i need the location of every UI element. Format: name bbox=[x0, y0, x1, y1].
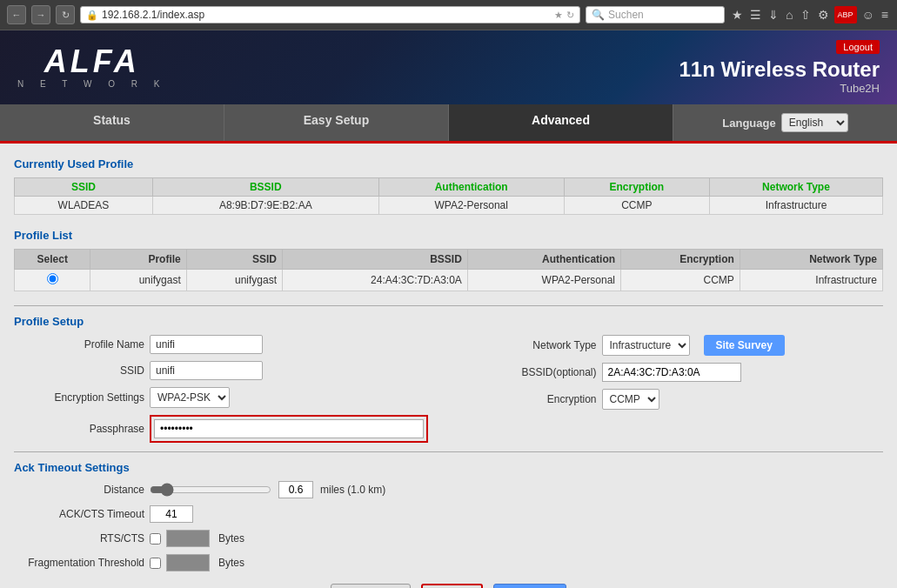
share-icon[interactable]: ⇧ bbox=[799, 6, 813, 23]
currently-used-table: SSID BSSID Authentication Encryption Net… bbox=[14, 177, 883, 215]
table-row: unifygast unifygast 24:A4:3C:7D:A3:0A WP… bbox=[15, 270, 883, 291]
pl-col-enc: Encryption bbox=[621, 250, 740, 270]
frag-row: Fragmentation Threshold Bytes bbox=[14, 554, 883, 571]
pl-row-profile: unifygast bbox=[90, 270, 186, 291]
rts-cts-checkbox[interactable] bbox=[150, 533, 161, 545]
user-icon[interactable]: ☺ bbox=[860, 6, 876, 23]
pl-col-bssid: BSSID bbox=[283, 250, 468, 270]
enc-settings-select[interactable]: WPA2-PSK WPA-PSK None WEP bbox=[150, 387, 230, 408]
site-survey-button[interactable]: Site Survey bbox=[704, 335, 785, 356]
ssid-row: SSID bbox=[14, 361, 432, 380]
profile-name-input[interactable] bbox=[150, 335, 263, 354]
forward-button[interactable]: → bbox=[31, 5, 50, 24]
encryption-row: Encryption CCMP TKIP None bbox=[466, 389, 884, 410]
bookmark-icon[interactable]: ★ bbox=[730, 6, 745, 23]
ack-cts-label: ACK/CTS Timeout bbox=[14, 508, 144, 520]
url-bar[interactable]: 🔒 192.168.2.1/index.asp ★ ↻ bbox=[80, 6, 580, 23]
bssid-input[interactable] bbox=[602, 363, 741, 382]
encryption-select[interactable]: CCMP TKIP None bbox=[602, 389, 659, 410]
frag-bytes-label: Bytes bbox=[218, 557, 244, 569]
home-icon[interactable]: ⌂ bbox=[784, 6, 794, 23]
pl-col-profile: Profile bbox=[90, 250, 186, 270]
pl-row-select[interactable] bbox=[15, 270, 90, 291]
profile-setup-title: Profile Setup bbox=[14, 315, 883, 328]
logout-button[interactable]: Logout bbox=[836, 40, 880, 54]
router-model: Tube2H bbox=[679, 82, 880, 95]
adblock-icon[interactable]: ABP bbox=[834, 6, 857, 23]
row-bssid: A8:9B:D7:9E:B2:AA bbox=[152, 197, 378, 215]
pl-col-select: Select bbox=[15, 250, 90, 270]
download-icon[interactable]: ⇓ bbox=[766, 6, 780, 23]
currently-used-title: Currently Used Profile bbox=[14, 157, 883, 170]
frag-checkbox[interactable] bbox=[150, 558, 161, 569]
row-auth: WPA2-Personal bbox=[378, 197, 564, 215]
row-nettype: Infrastructure bbox=[709, 197, 882, 215]
action-buttons: Activate Add Delete bbox=[14, 584, 883, 588]
pl-row-auth: WPA2-Personal bbox=[467, 270, 620, 291]
tab-status[interactable]: Status bbox=[0, 104, 224, 141]
profile-list-title: Profile List bbox=[14, 229, 883, 242]
ssid-input[interactable] bbox=[150, 361, 263, 380]
enc-settings-label: Encryption Settings bbox=[14, 391, 144, 404]
pl-row-nettype: Infrastructure bbox=[740, 270, 882, 291]
add-button[interactable]: Add bbox=[421, 584, 483, 588]
rts-cts-row: RTS/CTS Bytes bbox=[14, 530, 883, 547]
browser-chrome: ← → ↻ 🔒 192.168.2.1/index.asp ★ ↻ 🔍 Such… bbox=[0, 0, 897, 30]
tab-easy-setup[interactable]: Easy Setup bbox=[224, 104, 449, 141]
ack-cts-input[interactable] bbox=[150, 505, 193, 523]
network-type-select[interactable]: Infrastructure Ad-Hoc bbox=[602, 335, 690, 356]
col-nettype: Network Type bbox=[709, 178, 882, 197]
enc-settings-row: Encryption Settings WPA2-PSK WPA-PSK Non… bbox=[14, 387, 432, 408]
row-ssid: WLADEAS bbox=[15, 197, 153, 215]
back-button[interactable]: ← bbox=[7, 5, 26, 24]
table-row: WLADEAS A8:9B:D7:9E:B2:AA WPA2-Personal … bbox=[15, 197, 883, 215]
alfa-logo: ALFA N E T W O R K bbox=[17, 46, 166, 89]
passphrase-input[interactable] bbox=[154, 419, 424, 438]
network-logo-text: N E T W O R K bbox=[17, 79, 166, 89]
pl-row-enc: CCMP bbox=[621, 270, 740, 291]
frag-bytes-input[interactable] bbox=[166, 554, 210, 571]
passphrase-box bbox=[150, 415, 428, 443]
menu-icon[interactable]: ≡ bbox=[880, 6, 890, 23]
pl-row-bssid: 24:A4:3C:7D:A3:0A bbox=[283, 270, 468, 291]
language-select[interactable]: English Deutsch Français bbox=[781, 113, 848, 132]
search-bar[interactable]: 🔍 Suchen bbox=[586, 6, 725, 23]
reload-button[interactable]: ↻ bbox=[56, 5, 75, 24]
tab-advanced[interactable]: Advanced bbox=[449, 104, 673, 141]
col-auth: Authentication bbox=[378, 178, 564, 197]
browser-toolbar: ★ ☰ ⇓ ⌂ ⇧ ⚙ ABP ☺ ≡ bbox=[730, 6, 890, 23]
delete-button[interactable]: Delete bbox=[493, 584, 566, 588]
url-text: 192.168.2.1/index.asp bbox=[102, 9, 204, 21]
rts-bytes-label: Bytes bbox=[218, 532, 244, 545]
router-name: 11n Wireless Router bbox=[679, 57, 880, 82]
rts-cts-bytes-input[interactable] bbox=[166, 530, 210, 547]
network-type-row: Network Type Infrastructure Ad-Hoc Site … bbox=[466, 335, 884, 356]
pl-row-ssid: unifygast bbox=[186, 270, 282, 291]
ack-cts-row: ACK/CTS Timeout bbox=[14, 505, 883, 523]
activate-button[interactable]: Activate bbox=[331, 584, 411, 588]
distance-input[interactable] bbox=[278, 481, 313, 498]
distance-label: Distance bbox=[14, 484, 144, 496]
ssid-label: SSID bbox=[14, 364, 144, 377]
col-bssid: BSSID bbox=[152, 178, 378, 197]
network-type-label: Network Type bbox=[466, 339, 597, 351]
language-label: Language bbox=[722, 117, 775, 130]
pl-col-auth: Authentication bbox=[467, 250, 620, 270]
main-page: ALFA N E T W O R K Logout 11n Wireless R… bbox=[0, 30, 897, 588]
distance-slider[interactable] bbox=[150, 483, 271, 497]
pl-col-nettype: Network Type bbox=[740, 250, 882, 270]
passphrase-label: Passphrase bbox=[14, 423, 144, 435]
nav-tabs: Status Easy Setup Advanced Language Engl… bbox=[0, 104, 897, 144]
tab-language[interactable]: Language English Deutsch Français bbox=[673, 104, 897, 141]
col-ssid: SSID bbox=[15, 178, 153, 197]
history-icon[interactable]: ☰ bbox=[748, 6, 763, 23]
ack-timeout-title: Ack Timeout Settings bbox=[14, 461, 883, 474]
profile-name-row: Profile Name bbox=[14, 335, 432, 354]
bssid-row: BSSID(optional) bbox=[466, 363, 884, 382]
row-enc: CCMP bbox=[564, 197, 709, 215]
page-header: ALFA N E T W O R K Logout 11n Wireless R… bbox=[0, 30, 897, 104]
profile-radio[interactable] bbox=[47, 273, 58, 284]
settings-icon[interactable]: ⚙ bbox=[816, 6, 831, 23]
pl-col-ssid: SSID bbox=[186, 250, 282, 270]
distance-row: Distance miles (1.0 km) bbox=[14, 481, 883, 498]
